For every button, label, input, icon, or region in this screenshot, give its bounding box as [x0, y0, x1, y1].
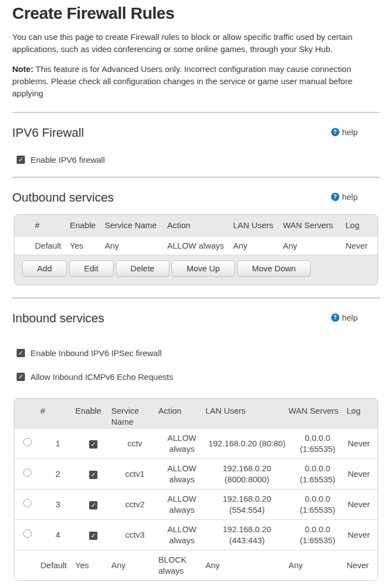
- rule-select-radio[interactable]: [23, 468, 32, 477]
- inbound-table: # Enable Service Name Action LAN Users W…: [14, 399, 378, 581]
- outbound-button-row: Add Edit Delete Move Up Move Down: [14, 255, 378, 285]
- column-header-log: Log: [345, 215, 378, 236]
- help-icon: ?: [331, 313, 339, 322]
- cell-lan-users: 192.168.0.20 (554:554): [205, 490, 288, 520]
- allow-inbound-icmpv6-label: Allow Inbound ICMPv6 Echo Requests: [30, 372, 173, 382]
- cell-wan-servers: Any: [283, 236, 345, 255]
- column-header-lan-users: LAN Users: [233, 215, 283, 236]
- column-header-number: #: [14, 215, 70, 236]
- cell-action: ALLOW always: [167, 236, 233, 255]
- cell-wan-servers: 0.0.0.0 (1:65535): [288, 459, 347, 490]
- cell-enable: Yes: [70, 236, 105, 255]
- cell-action: ALLOW always: [158, 429, 205, 459]
- outbound-header-row: # Enable Service Name Action LAN Users W…: [14, 215, 378, 236]
- allow-inbound-icmpv6-checkbox[interactable]: ✓: [17, 373, 25, 381]
- edit-button[interactable]: Edit: [69, 260, 114, 277]
- column-header-log: Log: [347, 399, 378, 429]
- inbound-help-link[interactable]: ? help: [331, 313, 358, 322]
- column-header-action: Action: [158, 399, 205, 429]
- enable-inbound-ipsec-checkbox[interactable]: ✓: [17, 349, 25, 357]
- inbound-heading: Inbound services: [12, 311, 104, 326]
- rule-enable-checkbox[interactable]: ✓: [89, 471, 97, 479]
- column-header-select: [14, 399, 40, 429]
- cell-wan-servers: Any: [288, 550, 347, 581]
- cell-lan-users: 192.168.0.20 (443:443): [205, 520, 288, 550]
- cell-log: Never: [347, 490, 378, 520]
- section-divider: [12, 297, 380, 298]
- move-up-button[interactable]: Move Up: [172, 260, 235, 277]
- cell-action: ALLOW always: [158, 520, 205, 550]
- inbound-table-box: # Enable Service Name Action LAN Users W…: [14, 398, 378, 581]
- inbound-default-row: Default Yes Any BLOCK always Any Any Nev…: [14, 550, 378, 581]
- outbound-help-link[interactable]: ? help: [331, 192, 358, 202]
- rule-enable-checkbox[interactable]: ✓: [89, 501, 97, 509]
- cell-wan-servers: 0.0.0.0 (1:65535): [288, 520, 347, 550]
- cell-number: 2: [40, 459, 75, 490]
- inbound-rule-row: 4 ✓ cctv3 ALLOW always 192.168.0.20 (443…: [14, 520, 378, 550]
- cell-service-name: cctv: [111, 429, 158, 459]
- cell-service-name: cctv3: [111, 520, 158, 550]
- cell-service-name: cctv1: [111, 459, 158, 490]
- delete-button[interactable]: Delete: [116, 260, 169, 277]
- allow-inbound-icmpv6-row: ✓ Allow Inbound ICMPv6 Echo Requests: [17, 372, 380, 382]
- cell-action: BLOCK always: [158, 550, 205, 581]
- move-down-button[interactable]: Move Down: [237, 260, 311, 277]
- rule-select-radio[interactable]: [23, 529, 32, 538]
- cell-service-name: Any: [111, 550, 158, 581]
- intro-text: You can use this page to create Firewall…: [12, 31, 368, 55]
- enable-ipv6-firewall-label: Enable IPV6 firewall: [30, 155, 105, 164]
- cell-number: Default: [14, 236, 70, 255]
- inbound-rule-row: 3 ✓ cctv2 ALLOW always 192.168.0.20 (554…: [14, 490, 378, 520]
- page-title: Create Firewall Rules: [12, 3, 380, 23]
- add-button[interactable]: Add: [22, 260, 67, 277]
- rule-enable-checkbox[interactable]: ✓: [89, 532, 97, 540]
- firewall-rules-page: Create Firewall Rules You can use this p…: [0, 0, 392, 581]
- note-body: This feature is for Advanced Users only.…: [12, 64, 353, 98]
- section-divider: [12, 112, 380, 113]
- column-header-wan-servers: WAN Servers: [288, 399, 347, 429]
- cell-wan-servers: 0.0.0.0 (1:65535): [288, 490, 347, 520]
- cell-lan-users: 192.168.0.20 (80:80): [205, 429, 288, 459]
- outbound-table-box: # Enable Service Name Action LAN Users W…: [14, 214, 378, 285]
- cell-lan-users: 192.168.0.20 (8000:8000): [205, 459, 288, 490]
- inbound-section-head: Inbound services ? help: [12, 311, 380, 326]
- column-header-action: Action: [167, 215, 233, 236]
- cell-wan-servers: 0.0.0.0 (1:65535): [288, 429, 347, 459]
- column-header-number: #: [40, 399, 75, 429]
- cell-service-name: Any: [105, 236, 167, 255]
- outbound-default-row: Default Yes Any ALLOW always Any Any Nev…: [14, 236, 378, 255]
- column-header-enable: Enable: [70, 215, 105, 236]
- cell-service-name: cctv2: [111, 490, 158, 520]
- enable-ipv6-firewall-row: ✓ Enable IPV6 firewall: [17, 155, 380, 164]
- cell-number: 4: [40, 520, 75, 550]
- inbound-rule-row: 1 ✓ cctv ALLOW always 192.168.0.20 (80:8…: [14, 429, 378, 459]
- rule-select-radio[interactable]: [23, 438, 32, 446]
- column-header-service-name: Service Name: [105, 215, 167, 236]
- column-header-wan-servers: WAN Servers: [283, 215, 345, 236]
- cell-log: Never: [347, 429, 378, 459]
- help-label: help: [342, 313, 358, 322]
- inbound-header-row: # Enable Service Name Action LAN Users W…: [14, 399, 378, 429]
- help-label: help: [342, 127, 358, 137]
- help-label: help: [342, 192, 358, 202]
- ipv6-help-link[interactable]: ? help: [331, 127, 358, 137]
- outbound-table: # Enable Service Name Action LAN Users W…: [14, 215, 378, 255]
- section-divider: [12, 177, 380, 178]
- rule-select-radio[interactable]: [23, 499, 32, 507]
- cell-lan-users: Any: [233, 236, 283, 255]
- cell-number: 1: [40, 429, 75, 459]
- note-label: Note:: [12, 64, 33, 74]
- note-text: Note: This feature is for Advanced Users…: [12, 63, 368, 100]
- enable-ipv6-firewall-checkbox[interactable]: ✓: [17, 156, 25, 164]
- help-icon: ?: [331, 128, 339, 136]
- cell-lan-users: Any: [205, 550, 288, 581]
- column-header-enable: Enable: [75, 399, 111, 429]
- cell-log: Never: [347, 520, 378, 550]
- outbound-section-head: Outbound services ? help: [12, 190, 380, 205]
- enable-inbound-ipsec-row: ✓ Enable Inbound IPV6 IPSec firewall: [17, 348, 380, 358]
- cell-log: Never: [347, 550, 378, 581]
- cell-number: 3: [40, 490, 75, 520]
- outbound-heading: Outbound services: [12, 190, 114, 205]
- cell-action: ALLOW always: [158, 459, 205, 490]
- rule-enable-checkbox[interactable]: ✓: [89, 440, 97, 449]
